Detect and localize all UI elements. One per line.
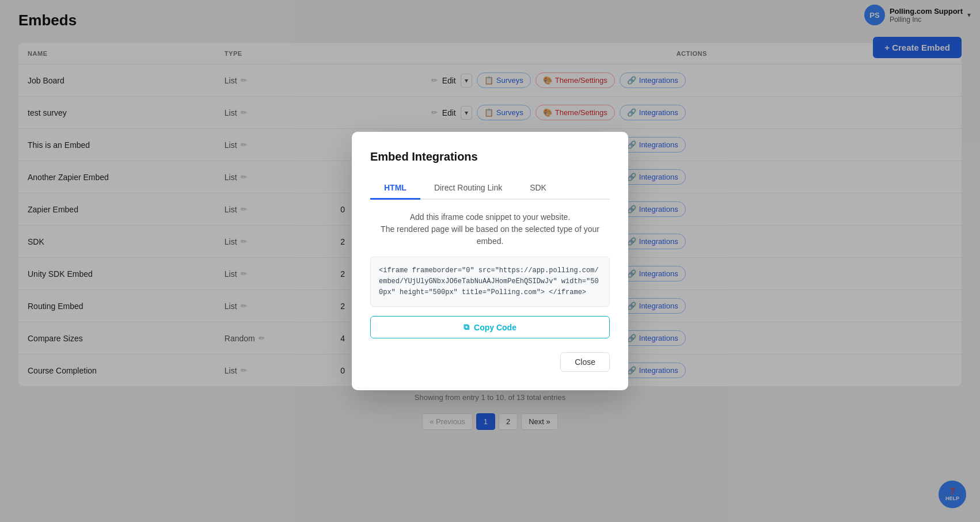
tab-html[interactable]: HTML (370, 177, 420, 200)
tab-direct-routing[interactable]: Direct Routing Link (420, 177, 516, 200)
embed-integrations-modal: Embed Integrations HTML Direct Routing L… (352, 132, 628, 391)
modal-description: Add this iframe code snippet to your web… (370, 211, 610, 247)
copy-icon: ⧉ (464, 322, 469, 332)
modal-description-line1: Add this iframe code snippet to your web… (370, 211, 610, 223)
modal-footer: Close (370, 352, 610, 372)
modal-title: Embed Integrations (370, 150, 610, 163)
modal-tabs: HTML Direct Routing Link SDK (370, 177, 610, 200)
copy-code-button[interactable]: ⧉ Copy Code (370, 316, 610, 338)
close-button[interactable]: Close (560, 352, 610, 372)
modal-description-line2: The rendered page will be based on the s… (370, 223, 610, 247)
tab-sdk[interactable]: SDK (516, 177, 560, 200)
embed-code-box: <iframe frameborder="0" src="https://app… (370, 257, 610, 307)
copy-code-label: Copy Code (474, 323, 516, 332)
modal-overlay: Embed Integrations HTML Direct Routing L… (0, 0, 980, 522)
